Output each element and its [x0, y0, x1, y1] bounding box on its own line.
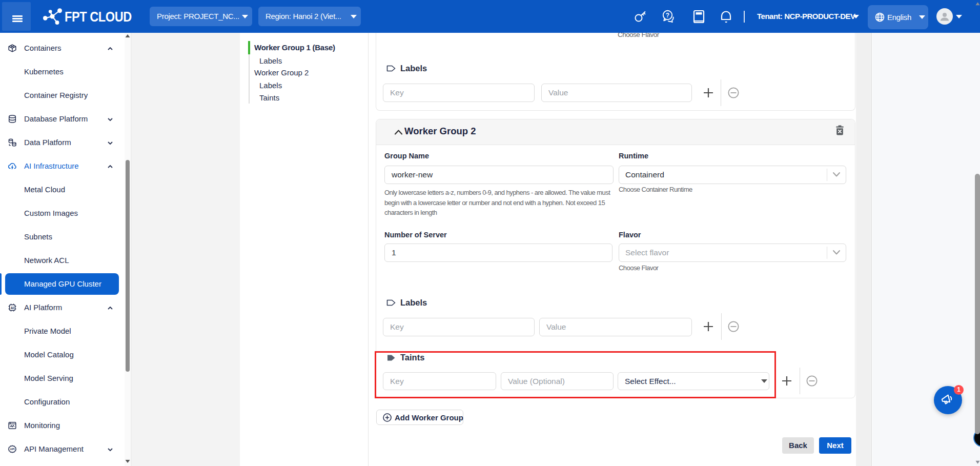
- svg-text:?: ?: [666, 12, 669, 19]
- svg-text:AI: AI: [11, 306, 14, 310]
- svg-text:API: API: [10, 448, 15, 451]
